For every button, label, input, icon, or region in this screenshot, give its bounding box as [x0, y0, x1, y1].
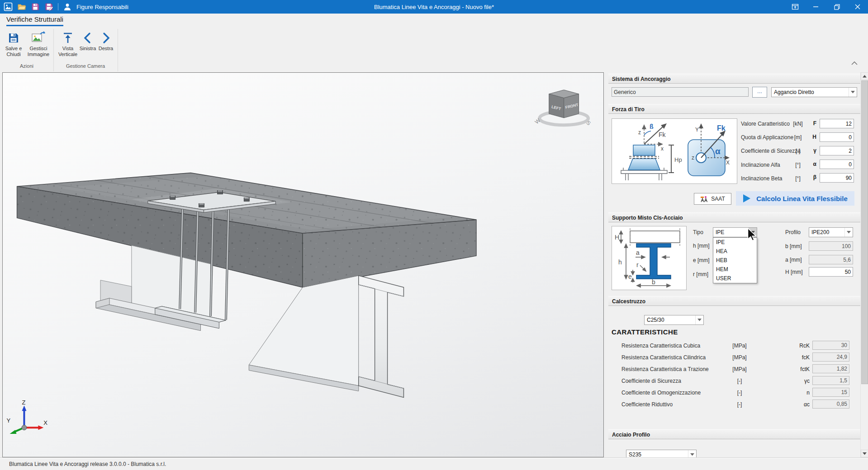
user-label: Figure Responsabili: [76, 4, 128, 10]
panel-scrollbar[interactable]: [860, 72, 868, 457]
saat-button[interactable]: SAAT: [694, 193, 731, 205]
window-title: Blumatica Linee Vita e Ancoraggi - Nuovo…: [190, 4, 678, 10]
svg-text:Y: Y: [7, 417, 11, 424]
chevron-down-icon[interactable]: [688, 450, 696, 457]
play-icon: [743, 194, 751, 203]
svg-text:Y: Y: [695, 127, 699, 133]
scroll-down-icon[interactable]: [861, 450, 868, 457]
a-mm-label: a [mm]: [785, 257, 802, 263]
force-value-input[interactable]: [820, 146, 854, 155]
force-value-input[interactable]: [820, 173, 854, 183]
svg-text:h: h: [618, 258, 622, 266]
svg-text:X: X: [726, 160, 730, 166]
concrete-row-input[interactable]: [812, 364, 849, 373]
save-icon[interactable]: [31, 2, 40, 11]
force-row-label: Valore Caratteristico: [741, 121, 790, 127]
b-mm-input[interactable]: [809, 241, 853, 251]
properties-panel: Sistema di Ancoraggio ... Aggancio Diret…: [608, 72, 860, 457]
concrete-row-unit: [MPa]: [721, 343, 758, 349]
statusbar: Blumatica Linee Vita e Ancoraggi release…: [0, 457, 868, 470]
ribbon-collapse-icon[interactable]: [851, 61, 858, 67]
force-row-unit: [°]: [788, 162, 807, 168]
ribbon-group-separator: [53, 29, 54, 71]
scroll-up-icon[interactable]: [861, 72, 868, 80]
titlebar-quick-access: Figure Responsabili: [0, 2, 190, 11]
force-row-unit: [m]: [788, 134, 807, 141]
anchor-name-input[interactable]: [612, 87, 749, 97]
concrete-row-input[interactable]: [812, 388, 849, 397]
browse-button[interactable]: ...: [752, 87, 767, 98]
save-close-icon: [2, 29, 25, 44]
app-window: Figure Responsabili Blumatica Linee Vita…: [0, 0, 868, 470]
save-as-icon[interactable]: [44, 2, 53, 11]
concrete-class-combo[interactable]: C25/30: [644, 315, 704, 325]
camera-right-button[interactable]: Destra: [96, 29, 116, 62]
viewport-3d[interactable]: W S LEFT FRONT Z X Y: [2, 72, 604, 457]
tipo-combo[interactable]: IPE: [713, 227, 757, 237]
svg-text:ß: ß: [650, 123, 654, 130]
save-close-button[interactable]: Salve eChiudi: [2, 29, 25, 62]
close-button[interactable]: [847, 0, 868, 14]
svg-text:X: X: [43, 419, 47, 426]
concrete-row-input[interactable]: [812, 376, 849, 385]
force-row-symbol: F: [807, 120, 816, 127]
tipo-option[interactable]: IPE: [713, 238, 757, 247]
concrete-row-input[interactable]: [812, 341, 849, 350]
restore-button[interactable]: [826, 0, 847, 14]
scrollbar-thumb[interactable]: [861, 80, 868, 384]
tipo-option[interactable]: HEA: [713, 247, 757, 256]
svg-text:Z: Z: [22, 399, 25, 406]
a-mm-input[interactable]: [809, 255, 853, 264]
concrete-row-unit: [-]: [721, 390, 758, 396]
window-controls: [678, 0, 868, 14]
concrete-row-symbol: αc: [787, 401, 810, 408]
svg-text:x: x: [661, 146, 664, 152]
force-diagram: z ß Fk x Hp Y Fk α: [612, 118, 737, 184]
right-ibeam: [249, 276, 403, 397]
steel-grade-combo[interactable]: S235: [626, 450, 697, 457]
titlebar: Figure Responsabili Blumatica Linee Vita…: [0, 0, 868, 14]
calc-linea-vita-button[interactable]: Calcolo Linea Vita Flessibile: [736, 191, 854, 206]
tipo-option[interactable]: USER: [713, 274, 757, 283]
concrete-row-label: Coefficiente Riduttivo: [621, 401, 673, 408]
concrete-row-label: Resistenza Caratteristica Cubica: [621, 343, 700, 349]
svg-text:b: b: [652, 278, 655, 286]
tipo-dropdown-list: IPE HEA HEB HEM USER: [713, 237, 757, 283]
tab-verifiche-strutturali[interactable]: Verifiche Strutturali: [6, 15, 63, 26]
titlebar-separator: [58, 3, 58, 10]
concrete-row-unit: [MPa]: [721, 366, 758, 372]
tipo-option[interactable]: HEB: [713, 256, 757, 265]
anchor-mode-combo[interactable]: Aggancio Diretto: [771, 87, 857, 97]
status-text: Blumatica Linee Vita e Ancoraggi release…: [9, 461, 166, 467]
chevron-down-icon[interactable]: [749, 228, 757, 237]
chevron-down-icon[interactable]: [844, 228, 853, 237]
tipo-option[interactable]: HEM: [713, 265, 757, 274]
section-header-supporto-misto: Supporto Misto Cls-Acciaio: [608, 212, 860, 222]
e-mm-label: e [mm]: [693, 257, 710, 263]
minimize-button[interactable]: [806, 0, 826, 14]
ribbon-body: Salve eChiudi GestisciImmagine VistaVert…: [0, 28, 868, 72]
svg-text:a: a: [636, 249, 640, 256]
concrete-row-symbol: RcK: [787, 343, 810, 349]
ribbon-display-options-icon[interactable]: [785, 0, 806, 14]
force-row-label: Quota di Applicazione: [741, 134, 793, 141]
profilo-combo[interactable]: IPE200: [809, 227, 853, 237]
concrete-row-input[interactable]: [812, 352, 849, 362]
concrete-row-symbol: fctK: [787, 366, 810, 372]
manage-image-button[interactable]: GestisciImmagine: [25, 29, 52, 62]
force-value-input[interactable]: [820, 132, 854, 142]
r-mm-label: r [mm]: [693, 271, 708, 277]
concrete-row-input[interactable]: [812, 400, 849, 409]
chevron-down-icon[interactable]: [695, 315, 703, 324]
force-value-input[interactable]: [820, 119, 854, 128]
force-value-input[interactable]: [820, 160, 854, 169]
ibeam-diagram: H h a r e b: [612, 226, 687, 290]
H-mm-input[interactable]: [809, 267, 853, 277]
svg-text:H: H: [615, 234, 619, 241]
chevron-down-icon[interactable]: [849, 88, 857, 97]
view-cube[interactable]: W S LEFT FRONT: [534, 90, 592, 127]
tipo-label: Tipo: [693, 229, 703, 235]
svg-text:α: α: [715, 146, 721, 156]
ribbon-group-separator: [118, 29, 118, 71]
open-file-icon[interactable]: [17, 2, 26, 11]
